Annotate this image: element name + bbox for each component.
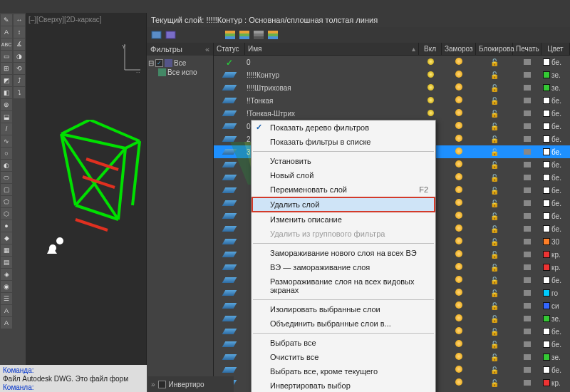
sun-icon[interactable] xyxy=(455,186,462,193)
printer-icon[interactable] xyxy=(524,175,531,180)
tool-btn[interactable]: A xyxy=(1,305,12,316)
sun-icon[interactable] xyxy=(455,58,462,65)
menu-item[interactable]: Новый слой xyxy=(252,168,435,182)
menu-item[interactable]: Выбрать все xyxy=(252,336,435,350)
bulb-icon[interactable] xyxy=(428,58,434,65)
table-row[interactable]: !!!!!Контур🔓зе. xyxy=(214,68,570,81)
col-plot[interactable]: Печать xyxy=(513,43,542,55)
lock-icon[interactable]: 🔓 xyxy=(490,289,499,297)
sun-icon[interactable] xyxy=(455,314,462,321)
tool-btn[interactable]: ◩ xyxy=(1,75,12,86)
sun-icon[interactable] xyxy=(455,109,462,116)
menu-item[interactable]: Изолировать выбранные слои xyxy=(252,302,435,316)
printer-icon[interactable] xyxy=(524,316,531,321)
layer-del-icon[interactable] xyxy=(254,31,265,39)
lock-icon[interactable]: 🔓 xyxy=(490,328,499,336)
printer-icon[interactable] xyxy=(524,380,531,386)
menu-item[interactable]: Изменить описание xyxy=(252,212,435,227)
tool-btn[interactable]: ⬡ xyxy=(1,208,12,220)
lock-icon[interactable]: 🔓 xyxy=(490,187,499,195)
sun-icon[interactable] xyxy=(455,276,462,283)
layer-new-icon[interactable] xyxy=(225,31,237,39)
sun-icon[interactable] xyxy=(455,237,462,244)
printer-icon[interactable] xyxy=(524,290,531,296)
col-color[interactable]: Цвет xyxy=(542,43,570,55)
printer-icon[interactable] xyxy=(524,187,531,193)
bulb-icon[interactable] xyxy=(428,110,434,116)
lock-icon[interactable]: 🔓 xyxy=(490,161,499,169)
lock-icon[interactable]: 🔓 xyxy=(490,148,499,156)
menu-item[interactable]: Инвертировать выбор xyxy=(252,378,435,392)
menu-item[interactable]: ВЭ — замораживание слоя xyxy=(252,260,435,274)
printer-icon[interactable] xyxy=(524,110,531,116)
toolbar-icon[interactable] xyxy=(165,29,177,41)
invert-checkbox[interactable] xyxy=(158,381,166,388)
lock-icon[interactable]: 🔓 xyxy=(490,110,499,118)
printer-icon[interactable] xyxy=(524,367,531,373)
menu-item[interactable]: Очистить все xyxy=(252,350,435,364)
sun-icon[interactable] xyxy=(455,378,462,386)
lock-icon[interactable]: 🔓 xyxy=(490,379,499,387)
tool-btn[interactable]: ∿ xyxy=(1,135,12,147)
menu-item[interactable]: Переименовать слойF2 xyxy=(252,182,435,197)
lock-icon[interactable]: 🔓 xyxy=(490,200,499,207)
tool-btn[interactable]: ◈ xyxy=(1,269,12,280)
tool-btn[interactable]: A xyxy=(1,26,12,38)
printer-icon[interactable] xyxy=(524,200,531,206)
sun-icon[interactable] xyxy=(455,212,462,219)
menu-item[interactable]: Размораживание слоя на всех видовых экра… xyxy=(252,274,435,297)
lock-icon[interactable]: 🔓 xyxy=(490,135,499,143)
tool-btn[interactable]: / xyxy=(1,123,12,135)
sun-icon[interactable] xyxy=(455,160,462,167)
sun-icon[interactable] xyxy=(455,263,462,270)
printer-icon[interactable] xyxy=(524,149,531,155)
sun-icon[interactable] xyxy=(455,301,462,309)
printer-icon[interactable] xyxy=(524,59,531,65)
tool-btn[interactable]: A xyxy=(1,317,12,329)
tool-btn[interactable]: ◐ xyxy=(1,160,12,171)
filter-all[interactable]: ⊟✓ Все xyxy=(148,58,212,68)
menu-item[interactable]: Удалить слой xyxy=(252,197,435,212)
printer-icon[interactable] xyxy=(524,277,531,283)
sun-icon[interactable] xyxy=(455,199,462,206)
sun-icon[interactable] xyxy=(455,135,462,142)
col-status[interactable]: Статус xyxy=(214,43,245,55)
model-viewport[interactable]: [–][Сверху][2D-каркас] YX xyxy=(26,13,147,392)
tool-btn[interactable]: ABC xyxy=(1,38,12,50)
sun-icon[interactable] xyxy=(455,327,462,334)
tool-btn[interactable]: ⟲ xyxy=(14,63,25,74)
printer-icon[interactable] xyxy=(524,85,531,91)
bulb-icon[interactable] xyxy=(428,71,434,78)
printer-icon[interactable] xyxy=(524,264,531,270)
layer-states-icon[interactable] xyxy=(239,31,251,39)
lock-icon[interactable]: 🔓 xyxy=(490,212,499,220)
printer-icon[interactable] xyxy=(524,226,531,232)
menu-item[interactable]: Установить xyxy=(252,154,435,168)
lock-icon[interactable]: 🔓 xyxy=(490,84,499,92)
table-row[interactable]: !!Тонкая🔓бе. xyxy=(214,94,570,107)
lock-icon[interactable]: 🔓 xyxy=(490,238,499,246)
tool-btn[interactable]: ▤ xyxy=(1,257,12,268)
printer-icon[interactable] xyxy=(524,354,531,360)
tool-btn[interactable]: ☰ xyxy=(1,293,12,304)
col-freeze[interactable]: Замороз xyxy=(442,43,476,55)
filter-used[interactable]: Все испо xyxy=(158,68,212,77)
printer-icon[interactable] xyxy=(524,162,531,167)
lock-icon[interactable]: 🔓 xyxy=(490,174,499,182)
tool-btn[interactable]: ⤴ xyxy=(14,75,25,86)
sun-icon[interactable] xyxy=(455,173,462,180)
tool-btn[interactable]: ▢ xyxy=(1,184,12,195)
tool-btn[interactable]: ▦ xyxy=(1,244,12,256)
bulb-icon[interactable] xyxy=(428,97,434,103)
tool-btn[interactable]: ⊞ xyxy=(1,63,12,74)
lock-icon[interactable]: 🔓 xyxy=(490,264,499,272)
lock-icon[interactable]: 🔓 xyxy=(490,354,499,361)
table-row[interactable]: !Тонкая-Штрих🔓бе. xyxy=(214,107,570,120)
tool-btn[interactable]: ⬓ xyxy=(1,111,12,123)
lock-icon[interactable]: 🔓 xyxy=(490,315,499,323)
sun-icon[interactable] xyxy=(455,250,462,257)
lock-icon[interactable]: 🔓 xyxy=(490,302,499,310)
collapse-icon[interactable]: « xyxy=(205,45,209,53)
sun-icon[interactable] xyxy=(455,96,462,103)
invert-filter-bar[interactable]: » Инвертиро xyxy=(148,376,234,392)
